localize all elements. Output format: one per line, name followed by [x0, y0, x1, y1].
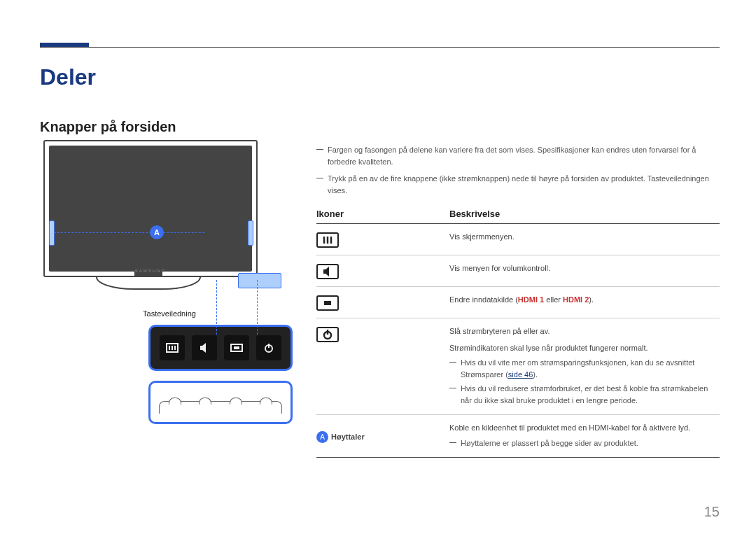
note-text: Trykk på en av de fire knappene (ikke st… — [316, 173, 720, 196]
row-desc: Endre inndatakilde (HDMI 1 eller HDMI 2)… — [449, 294, 720, 311]
menu-button-icon — [160, 335, 185, 360]
table-row: Endre inndatakilde (HDMI 1 eller HDMI 2)… — [316, 287, 720, 318]
table-header: Ikoner Beskrivelse — [316, 203, 720, 224]
marker-a-icon: A — [316, 431, 328, 443]
page-link[interactable]: side 46 — [508, 370, 533, 379]
volume-button-icon — [192, 335, 217, 360]
zoom-callout — [148, 325, 293, 424]
callout-line-vertical — [216, 280, 217, 335]
svg-rect-5 — [234, 346, 239, 349]
bottom-edge-zoom — [148, 381, 293, 424]
col-header-icons: Ikoner — [316, 209, 449, 219]
menu-icon — [316, 232, 339, 248]
brand-label: SAMSUNG — [135, 269, 166, 273]
note-text: Hvis du vil vite mer om strømsparingsfun… — [449, 357, 720, 380]
text: Strømindikatoren skal lyse når produktet… — [449, 342, 720, 355]
callout-line-vertical — [257, 280, 258, 335]
svg-rect-11 — [324, 301, 331, 305]
speaker-highlight-left — [49, 220, 55, 246]
text: Koble en kildeenhet til produktet med en… — [449, 422, 720, 435]
note-text: Høyttalerne er plassert på begge sider a… — [449, 437, 720, 449]
table-row: A Høyttaler Koble en kildeenhet til prod… — [316, 415, 720, 458]
col-header-desc: Beskrivelse — [449, 209, 720, 219]
power-button-icon — [256, 335, 281, 360]
page-title: Deler — [40, 64, 96, 90]
speaker-label: Høyttaler — [331, 433, 365, 441]
power-icon — [316, 327, 339, 342]
text: eller — [544, 295, 563, 304]
speaker-highlight-right — [248, 220, 253, 246]
text: Hvis du vil vite mer om strømsparingsfun… — [461, 358, 694, 379]
row-desc: Slå strømbryteren på eller av. Strømindi… — [449, 325, 720, 407]
button-bump — [230, 398, 242, 405]
section-title: Knapper på forsiden — [40, 119, 176, 135]
text: Slå strømbryteren på eller av. — [449, 325, 720, 338]
monitor-stand — [96, 277, 201, 290]
source-button-icon — [224, 335, 249, 360]
button-panel-zoom — [148, 325, 293, 371]
button-bump — [199, 398, 211, 405]
row-desc: Vis menyen for volumkontroll. — [449, 262, 720, 279]
callout-line-horizontal — [54, 232, 204, 233]
illustration-column: SAMSUNG A Tasteveiledning — [40, 140, 299, 424]
table-row: Slå strømbryteren på eller av. Strømindi… — [316, 318, 720, 415]
row-desc: Koble en kildeenhet til produktet med en… — [449, 422, 720, 450]
button-bump — [169, 398, 181, 405]
button-area-highlight — [238, 273, 281, 288]
hdmi2-label: HDMI 2 — [563, 295, 589, 304]
note-text: Fargen og fasongen på delene kan variere… — [316, 144, 720, 167]
monitor-frame: SAMSUNG — [43, 140, 258, 277]
marker-a-icon: A — [150, 225, 164, 239]
table-row: Vis skjermmenyen. — [316, 224, 720, 255]
volume-icon — [316, 264, 339, 279]
text: ). — [589, 295, 594, 304]
guide-caption: Tasteveiledning — [40, 309, 299, 318]
monitor-illustration: SAMSUNG A — [40, 140, 288, 301]
hdmi1-label: HDMI 1 — [518, 295, 544, 304]
description-column: Fargen og fasongen på delene kan variere… — [316, 144, 720, 458]
source-icon — [316, 295, 339, 311]
page-number: 15 — [704, 504, 720, 520]
button-bump — [260, 398, 272, 405]
header-rule — [40, 47, 720, 48]
text: ). — [533, 370, 538, 379]
row-desc: Vis skjermmenyen. — [449, 231, 720, 248]
table-row: Vis menyen for volumkontroll. — [316, 255, 720, 287]
note-text: Hvis du vil redusere strømforbruket, er … — [449, 383, 720, 406]
text: Endre inndatakilde ( — [449, 295, 518, 304]
